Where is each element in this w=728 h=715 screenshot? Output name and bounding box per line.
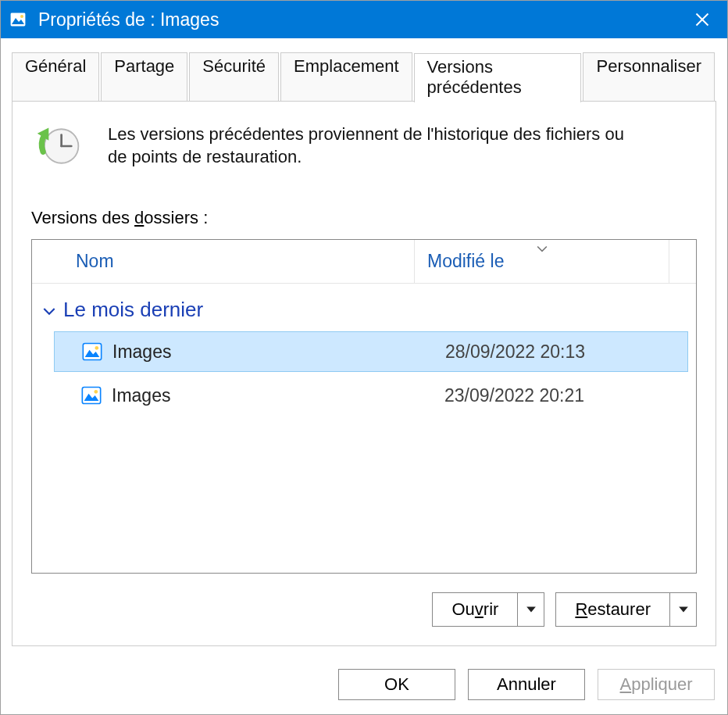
restore-clock-icon [36, 123, 81, 169]
ok-button[interactable]: OK [338, 669, 455, 700]
tab-versions[interactable]: Versions précédentes [414, 53, 582, 102]
item-name: Images [112, 341, 445, 363]
apply-button[interactable]: Appliquer [598, 669, 715, 700]
chevron-down-icon [43, 298, 55, 322]
column-tail[interactable] [669, 240, 696, 283]
tab-partage[interactable]: Partage [101, 52, 187, 102]
close-button[interactable] [677, 1, 727, 38]
list-body: Le mois dernier Images 28/09/2022 20:13 [32, 284, 696, 573]
column-modified[interactable]: Modifié le [415, 240, 669, 283]
list-header: Nom Modifié le [32, 240, 696, 284]
svg-rect-10 [83, 344, 101, 360]
window-title: Propriétés de : Images [38, 9, 677, 30]
restore-button[interactable]: Restaurer [556, 593, 669, 626]
item-name: Images [112, 385, 444, 406]
tabs: Général Partage Sécurité Emplacement Ver… [12, 52, 716, 102]
open-split-button[interactable]: Ouvrir [432, 592, 544, 627]
svg-rect-0 [10, 13, 26, 27]
svg-rect-13 [82, 388, 100, 404]
svg-point-15 [95, 390, 98, 394]
open-dropdown-button[interactable] [517, 593, 544, 626]
sort-indicator-icon [537, 239, 548, 258]
svg-point-12 [95, 346, 99, 350]
svg-marker-17 [679, 607, 688, 613]
cancel-button[interactable]: Annuler [468, 669, 585, 700]
pictures-folder-icon [80, 384, 102, 406]
properties-dialog: Propriétés de : Images Général Partage S… [0, 0, 728, 715]
titlebar: Propriétés de : Images [1, 1, 727, 38]
tab-general[interactable]: Général [12, 52, 99, 102]
pictures-folder-icon [81, 341, 103, 363]
previous-versions-list[interactable]: Nom Modifié le Le mois dernier [31, 239, 697, 574]
item-modified: 28/09/2022 20:13 [445, 341, 585, 363]
tab-emplacement[interactable]: Emplacement [280, 52, 412, 102]
dialog-footer: OK Annuler Appliquer [1, 658, 727, 714]
pictures-folder-icon [9, 10, 27, 29]
group-label: Le mois dernier [63, 298, 203, 322]
list-group-header[interactable]: Le mois dernier [32, 295, 696, 328]
tabs-area: Général Partage Sécurité Emplacement Ver… [1, 38, 727, 102]
restore-dropdown-button[interactable] [669, 593, 696, 626]
restore-split-button[interactable]: Restaurer [555, 592, 697, 627]
column-name[interactable]: Nom [32, 240, 415, 283]
svg-point-3 [20, 15, 23, 18]
list-item[interactable]: Images 28/09/2022 20:13 [54, 331, 688, 372]
section-label: Versions des dossiers : [31, 208, 697, 228]
tab-content: Les versions précédentes proviennent de … [12, 101, 716, 646]
tab-personnaliser[interactable]: Personnaliser [583, 52, 715, 102]
list-item[interactable]: Images 23/09/2022 20:21 [54, 375, 688, 416]
intro-text: Les versions précédentes proviennent de … [108, 123, 647, 168]
svg-marker-16 [526, 607, 536, 613]
item-modified: 23/09/2022 20:21 [444, 385, 584, 406]
tab-securite[interactable]: Sécurité [189, 52, 279, 102]
action-buttons-row: Ouvrir Restaurer [31, 592, 697, 627]
intro-row: Les versions précédentes proviennent de … [31, 123, 697, 169]
open-button[interactable]: Ouvrir [433, 593, 517, 626]
